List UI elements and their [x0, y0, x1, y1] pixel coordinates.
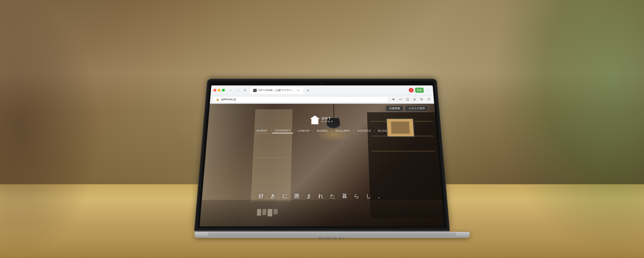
site-navigation: 分譲情報 カタログ請求 OPT HOME: [207, 104, 437, 135]
address-bar[interactable]: 🔒 opthome.jp: [212, 96, 389, 103]
logo-house-icon: [310, 116, 320, 124]
nav-gallery[interactable]: GALLERY: [333, 128, 353, 133]
main-navigation: EVENT / CONCEPT / LINEUP /: [207, 127, 437, 135]
site-logo[interactable]: OPT HOME: [208, 113, 436, 127]
forward-button[interactable]: →: [235, 87, 241, 93]
kitchen-counter: [200, 200, 444, 226]
laptop-camera: [321, 83, 323, 84]
logo-text-opt: OPT: [322, 117, 334, 120]
new-tab-button[interactable]: +: [305, 87, 311, 93]
nav-access[interactable]: ACCESS: [355, 128, 374, 133]
address-bar-row: 🔒 opthome.jp ★ ▭ ◫ A ⧉ ↺: [210, 95, 434, 104]
laptop-base: MacBook Air: [195, 232, 470, 238]
menu-button[interactable]: ⋮: [425, 88, 431, 93]
screenshot-icon[interactable]: ◫: [405, 97, 410, 102]
sync-icon[interactable]: ↺: [426, 97, 432, 102]
laptop-bezel: ← → ↻ OPT HOME｜山梨でデザイン住... ✕ + A: [198, 81, 447, 228]
macbook-brand-label: MacBook Air: [195, 236, 469, 241]
nav-concept[interactable]: CONCEPT: [272, 128, 293, 133]
toolbar-actions: ★ ▭ ◫ A ⧉ ↺: [391, 97, 432, 102]
tab-close-button[interactable]: ✕: [296, 88, 301, 92]
update-button[interactable]: 更新: [415, 88, 424, 93]
nav-lineup[interactable]: LINEUP: [295, 128, 312, 133]
top-bar: 分譲情報 カタログ請求: [209, 104, 435, 113]
traffic-lights: [213, 89, 225, 91]
active-tab[interactable]: OPT HOME｜山梨でデザイン住... ✕: [250, 86, 304, 94]
catalog-request-button[interactable]: カタログ請求: [405, 106, 429, 112]
back-button[interactable]: ←: [228, 87, 234, 93]
hero-tagline: 好 き に 囲 ま れ た 暮 ら し 。: [258, 193, 386, 200]
laptop-screen-body: ← → ↻ OPT HOME｜山梨でデザイン住... ✕ + A: [195, 79, 449, 231]
browser-window: ← → ↻ OPT HOME｜山梨でデザイン住... ✕ + A: [200, 85, 444, 227]
window-maximize-button[interactable]: [222, 89, 225, 91]
nav-model[interactable]: MODEL: [314, 128, 331, 133]
website-viewport: 分譲情報 カタログ請求 OPT HOME: [200, 104, 444, 227]
browser-nav-buttons: ← → ↻: [228, 87, 248, 93]
laptop-container: ← → ↻ OPT HOME｜山梨でデザイン住... ✕ + A: [195, 65, 449, 238]
window-close-button[interactable]: [213, 89, 217, 91]
lock-icon: 🔒: [216, 98, 220, 101]
browser-tab-bar: ← → ↻ OPT HOME｜山梨でデザイン住... ✕ + A: [211, 85, 434, 95]
reload-button[interactable]: ↻: [242, 87, 248, 93]
window-minimize-button[interactable]: [218, 89, 221, 91]
browser-action-icons: A 更新 ⋮: [409, 88, 431, 93]
translate-icon[interactable]: A: [412, 97, 417, 102]
cast-icon[interactable]: ▭: [397, 97, 403, 102]
url-text: opthome.jp: [221, 98, 236, 101]
tab-list: OPT HOME｜山梨でデザイン住... ✕ +: [250, 86, 407, 94]
bookmark-icon[interactable]: ★: [391, 97, 396, 102]
nav-event[interactable]: EVENT: [254, 128, 270, 133]
extensions-icon[interactable]: ⧉: [419, 97, 425, 102]
tab-favicon: [253, 89, 257, 92]
tab-title: OPT HOME｜山梨でデザイン住...: [258, 88, 295, 92]
counter-jars: [257, 209, 278, 216]
bunjo-info-button[interactable]: 分譲情報: [385, 106, 404, 112]
laptop-keyboard: [208, 233, 456, 237]
nav-blog[interactable]: BLOG: [376, 128, 390, 133]
profile-icon[interactable]: A: [409, 88, 414, 92]
logo-text-home: HOME: [322, 120, 334, 123]
shelf-3: [372, 151, 435, 151]
